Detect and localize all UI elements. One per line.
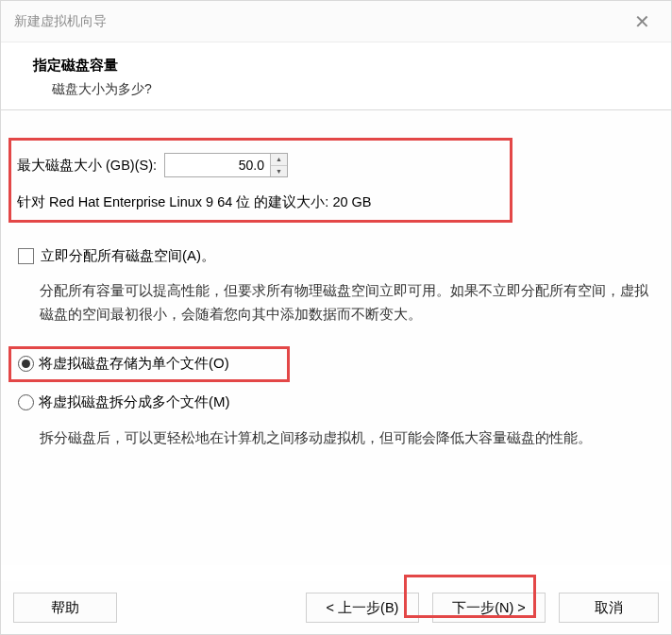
page-title: 指定磁盘容量 <box>33 57 639 75</box>
allocate-now-label: 立即分配所有磁盘空间(A)。 <box>41 247 215 265</box>
allocate-now-description: 分配所有容量可以提高性能，但要求所有物理磁盘空间立即可用。如果不立即分配所有空间… <box>40 279 657 326</box>
footer: 帮助 < 上一步(B) 下一步(N) > 取消 <box>1 581 671 634</box>
page-subtitle: 磁盘大小为多少? <box>33 81 639 98</box>
disk-size-spinner[interactable]: ▲ ▼ <box>164 153 288 177</box>
window-title: 新建虚拟机向导 <box>14 13 107 30</box>
size-recommendation: 针对 Red Hat Enterprise Linux 9 64 位 的建议大小… <box>17 193 372 211</box>
split-files-row[interactable]: 将虚拟磁盘拆分成多个文件(M) <box>18 393 230 411</box>
cancel-button[interactable]: 取消 <box>559 593 659 623</box>
back-button[interactable]: < 上一步(B) <box>306 593 419 623</box>
next-button[interactable]: 下一步(N) > <box>432 593 546 623</box>
split-files-radio[interactable] <box>18 394 34 410</box>
help-button[interactable]: 帮助 <box>13 593 117 623</box>
single-file-radio[interactable] <box>18 356 34 372</box>
allocate-now-row[interactable]: 立即分配所有磁盘空间(A)。 <box>18 247 215 265</box>
single-file-label: 将虚拟磁盘存储为单个文件(O) <box>39 355 229 373</box>
wizard-window: 新建虚拟机向导 ✕ 指定磁盘容量 磁盘大小为多少? 最大磁盘大小 (GB)(S)… <box>0 0 672 635</box>
content-area: 最大磁盘大小 (GB)(S): ▲ ▼ 针对 Red Hat Enterpris… <box>1 110 671 565</box>
header: 指定磁盘容量 磁盘大小为多少? <box>1 42 671 110</box>
titlebar: 新建虚拟机向导 ✕ <box>1 1 671 42</box>
spinner-buttons: ▲ ▼ <box>270 154 287 176</box>
disk-size-label: 最大磁盘大小 (GB)(S): <box>17 157 157 175</box>
spinner-up-icon[interactable]: ▲ <box>271 154 287 166</box>
single-file-row[interactable]: 将虚拟磁盘存储为单个文件(O) <box>18 355 229 373</box>
spinner-down-icon[interactable]: ▼ <box>271 166 287 177</box>
allocate-now-checkbox[interactable] <box>18 248 34 264</box>
disk-size-input[interactable] <box>165 154 270 176</box>
split-files-description: 拆分磁盘后，可以更轻松地在计算机之间移动虚拟机，但可能会降低大容量磁盘的性能。 <box>40 426 657 450</box>
split-files-label: 将虚拟磁盘拆分成多个文件(M) <box>39 393 230 411</box>
close-icon[interactable]: ✕ <box>627 10 658 33</box>
disk-size-row: 最大磁盘大小 (GB)(S): ▲ ▼ <box>17 153 288 177</box>
